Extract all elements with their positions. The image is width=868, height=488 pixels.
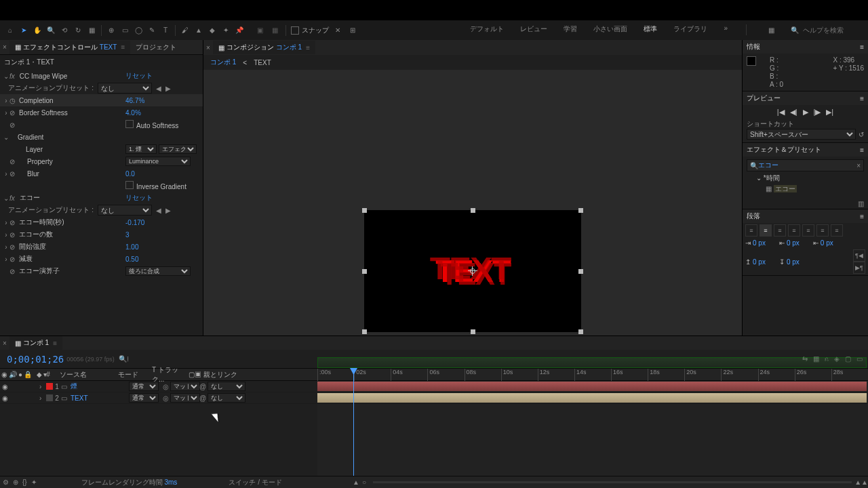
blend-mode-select[interactable]: 通常	[129, 382, 159, 391]
twirl-icon[interactable]: ›	[3, 109, 9, 117]
workspace-more-icon[interactable]: »	[724, 24, 728, 37]
resize-handle[interactable]	[471, 329, 475, 334]
resize-handle[interactable]	[471, 208, 475, 213]
selection-tool-icon[interactable]: ➤	[18, 24, 30, 37]
work-area-bar[interactable]	[317, 357, 867, 368]
orbit-tool-icon[interactable]: ⟲	[58, 24, 71, 37]
toggle-switches-icon[interactable]: ⚙	[3, 479, 9, 486]
workspace-learn[interactable]: 学習	[564, 24, 577, 37]
timeline-zoom-slider[interactable]: ▲○▲▲	[353, 479, 868, 486]
effect-name[interactable]: エコー	[20, 193, 125, 203]
twirl-icon[interactable]: ⌄	[3, 134, 9, 141]
twirl-icon[interactable]: ›	[3, 256, 9, 263]
resize-handle[interactable]	[362, 329, 367, 334]
tab-effect-controls[interactable]: ▦ エフェクトコントロール TEXT ≡	[9, 41, 130, 54]
layer-name[interactable]: TEXT	[69, 394, 129, 402]
rotate-tool-icon[interactable]: ↻	[72, 24, 84, 37]
fx-search[interactable]: 🔍 ×	[747, 159, 864, 171]
mask-mode-icon[interactable]: ▣	[254, 24, 266, 37]
track-matte-select[interactable]: マット	[170, 393, 200, 403]
rect-tool-icon[interactable]: ▭	[119, 24, 131, 37]
clear-search-icon[interactable]: ×	[856, 162, 861, 169]
justify-last-center-icon[interactable]: ≡	[802, 224, 814, 237]
shape-mode-icon[interactable]: ▦	[269, 24, 281, 37]
snap-checkbox[interactable]	[291, 26, 299, 35]
anchor-point-icon[interactable]	[468, 266, 477, 276]
track-matte-select[interactable]: マット	[170, 382, 200, 391]
canvas[interactable]: TEXT	[364, 210, 581, 332]
visibility-icon[interactable]: ◉	[1, 383, 9, 390]
workspace-review[interactable]: レビュー	[520, 24, 547, 37]
tab-composition[interactable]: ▦ コンポジション コンポ 1 ≡	[213, 41, 315, 54]
panel-layout-icon[interactable]: ▦	[765, 24, 777, 37]
prop-decay[interactable]: 減衰	[19, 254, 125, 264]
reset-icon[interactable]: ↺	[859, 131, 864, 138]
align-left-icon[interactable]: ≡	[745, 224, 757, 237]
tab-timeline[interactable]: ▦ コンポ 1 ≡	[9, 336, 62, 350]
border-value[interactable]: 4.0%	[125, 109, 200, 117]
stopwatch-icon[interactable]: ⊘	[9, 219, 19, 226]
workspace-standard[interactable]: 標準	[644, 24, 657, 37]
resize-handle[interactable]	[578, 208, 583, 213]
puppet-tool-icon[interactable]: 📌	[233, 24, 245, 37]
help-search-input[interactable]	[803, 26, 864, 34]
eraser-tool-icon[interactable]: ◆	[206, 24, 218, 37]
tree-category[interactable]: ⌄ *時間	[749, 173, 861, 184]
preset-prev-icon[interactable]: ◀	[156, 207, 161, 214]
layer-color-swatch[interactable]	[46, 383, 53, 390]
twirl-icon[interactable]: ⌄	[3, 73, 9, 80]
echo-num-value[interactable]: 3	[125, 231, 200, 239]
twirl-icon[interactable]: ›	[3, 231, 9, 239]
stopwatch-icon[interactable]: ⊘	[9, 109, 19, 117]
col-source[interactable]: ソース名	[57, 370, 118, 380]
toggle-render-icon[interactable]: ✦	[31, 479, 37, 486]
fx-badge-icon[interactable]: fx	[9, 73, 18, 80]
prop-border[interactable]: Border Softness	[19, 109, 125, 117]
effect-name[interactable]: CC Image Wipe	[20, 73, 125, 80]
prop-echo-time[interactable]: エコー時間(秒)	[19, 218, 125, 227]
reset-link[interactable]: リセット	[125, 193, 200, 203]
resize-handle[interactable]	[578, 329, 583, 334]
preset-next-icon[interactable]: ▶	[165, 85, 171, 92]
preset-select[interactable]: なし	[98, 83, 152, 94]
twirl-icon[interactable]: ›	[3, 219, 9, 226]
panel-menu-icon[interactable]: ≡	[860, 213, 864, 220]
twirl-icon[interactable]: ›	[39, 394, 46, 402]
camera-tool-icon[interactable]: ▦	[85, 24, 98, 37]
property-select[interactable]: Luminance	[125, 157, 191, 166]
echo-time-value[interactable]: -0.170	[125, 219, 200, 226]
help-search[interactable]: 🔍	[791, 26, 864, 34]
indent-left-value[interactable]: 0 px	[753, 239, 766, 247]
panel-menu-icon[interactable]: ≡	[860, 43, 864, 51]
stopwatch-icon[interactable]: ⊘	[9, 170, 19, 178]
inverse-checkbox[interactable]	[125, 181, 134, 189]
fx-search-input[interactable]	[758, 162, 856, 169]
justify-all-icon[interactable]: ≡	[831, 224, 843, 237]
col-parent[interactable]: 親とリンク	[203, 371, 237, 378]
twirl-icon[interactable]: ›	[3, 243, 9, 251]
layer-bar-2[interactable]	[317, 393, 867, 403]
layer-row[interactable]: ◉›1▭煙通常◎マット@なし	[0, 381, 317, 392]
first-frame-icon[interactable]: |◀	[777, 108, 785, 117]
blur-value[interactable]: 0.0	[125, 170, 200, 178]
resize-handle[interactable]	[362, 269, 367, 274]
snap-opt2-icon[interactable]: ⊞	[347, 24, 359, 37]
col-mode[interactable]: モード	[118, 370, 152, 380]
tree-item-echo[interactable]: ▦ エコー	[749, 184, 861, 195]
prop-gradient[interactable]: Gradient	[9, 134, 200, 141]
prop-start-intensity[interactable]: 開始強度	[19, 242, 125, 251]
search-icon[interactable]: 🔍⁞	[119, 355, 129, 363]
stopwatch-icon[interactable]: ⊘	[9, 158, 19, 165]
tab-menu-icon[interactable]: ≡	[121, 43, 125, 51]
start-int-value[interactable]: 1.00	[125, 243, 200, 251]
hand-tool-icon[interactable]: ✋	[31, 24, 43, 37]
home-icon[interactable]: ⌂	[4, 24, 16, 37]
echo-op-select[interactable]: 後ろに合成	[125, 266, 191, 276]
justify-last-right-icon[interactable]: ≡	[816, 224, 829, 237]
panel-menu-icon[interactable]: ≡	[860, 95, 864, 102]
ltr-icon[interactable]: ▶¶	[853, 262, 865, 274]
prop-blur[interactable]: Blur	[19, 170, 125, 178]
next-frame-icon[interactable]: |▶	[814, 108, 821, 117]
indent-first-value[interactable]: 0 px	[787, 239, 800, 247]
layer-name[interactable]: 煙	[69, 382, 129, 391]
